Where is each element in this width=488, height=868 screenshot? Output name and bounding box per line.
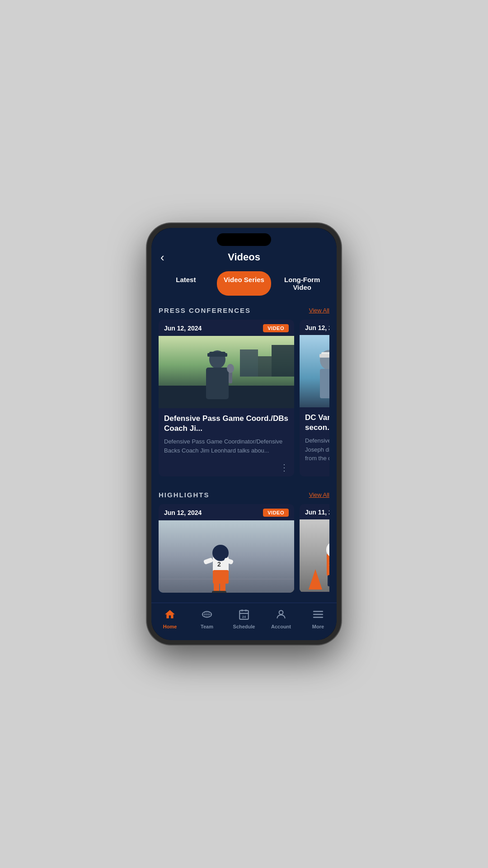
- highlight-card-top-1: Jun 12, 2024 VIDEO: [159, 504, 294, 520]
- highlight-date-2: Jun 11, 2024: [305, 509, 329, 516]
- svg-rect-21: [213, 570, 229, 584]
- nav-schedule-label: Schedule: [233, 624, 255, 629]
- nav-more[interactable]: More: [300, 607, 337, 631]
- tab-video-series[interactable]: Video Series: [217, 271, 272, 296]
- svg-text:12: 12: [329, 561, 329, 567]
- card-top-2: Jun 12, 2024: [300, 320, 329, 335]
- svg-rect-8: [207, 353, 227, 357]
- highlight-image-2: 12: [300, 519, 329, 592]
- svg-text:24: 24: [242, 615, 246, 619]
- highlight-date-1: Jun 12, 2024: [164, 509, 202, 516]
- svg-rect-38: [328, 575, 329, 586]
- card-more-1[interactable]: ⋮: [159, 460, 294, 476]
- bottom-nav: Home Team: [151, 603, 337, 640]
- svg-text:2: 2: [217, 561, 221, 568]
- svg-rect-29: [218, 591, 226, 593]
- more-icon: [312, 609, 324, 622]
- card-desc-1: Defensive Pass Game Coordinator/Defensiv…: [164, 437, 289, 455]
- schedule-icon: 24: [238, 609, 250, 622]
- dynamic-island: [217, 233, 271, 246]
- nav-home[interactable]: Home: [151, 607, 188, 631]
- svg-point-10: [227, 364, 234, 373]
- highlights-cards-row: Jun 12, 2024 VIDEO: [159, 504, 329, 596]
- home-icon: [164, 609, 176, 622]
- svg-rect-15: [319, 354, 329, 358]
- nav-team-label: Team: [201, 624, 213, 629]
- highlight-card-top-2: Jun 11, 2024: [300, 504, 329, 519]
- back-button[interactable]: ‹: [160, 251, 164, 263]
- video-badge-1: VIDEO: [263, 324, 289, 332]
- section-header-press: PRESS CONFERENCES View All: [159, 307, 329, 314]
- svg-rect-13: [320, 369, 329, 398]
- nav-account-label: Account: [271, 624, 291, 629]
- team-icon: [201, 609, 213, 622]
- card-top-1: Jun 12, 2024 VIDEO: [159, 320, 294, 336]
- card-date-1: Jun 12, 2024: [164, 325, 202, 332]
- card-desc-2: Defensive Coo... Joseph discus... from t…: [305, 436, 329, 463]
- highlight-image-1: 2: [159, 520, 294, 593]
- card-image-2: [300, 335, 329, 407]
- tab-bar: Latest Video Series Long-Form Video: [151, 268, 337, 299]
- section-header-highlights: HIGHLIGHTS View All: [159, 491, 329, 499]
- press-card-2[interactable]: Jun 12, 2024: [300, 320, 329, 476]
- card-title-1: Defensive Pass Game Coord./DBs Coach Ji.…: [164, 414, 289, 434]
- section-title-press: PRESS CONFERENCES: [159, 307, 251, 314]
- highlight-badge-1: VIDEO: [263, 509, 289, 517]
- account-icon: [275, 609, 287, 622]
- view-all-press[interactable]: View All: [309, 307, 329, 314]
- highlight-card-2[interactable]: Jun 11, 2024: [300, 504, 329, 593]
- svg-rect-3: [272, 345, 294, 377]
- tab-latest[interactable]: Latest: [159, 271, 213, 296]
- card-title-2: DC Vance the secon...: [305, 413, 329, 433]
- nav-schedule[interactable]: 24 Schedule: [225, 607, 263, 631]
- nav-account[interactable]: Account: [263, 607, 300, 631]
- tab-long-form[interactable]: Long-Form Video: [275, 271, 329, 296]
- view-all-highlights[interactable]: View All: [309, 491, 329, 498]
- press-cards-row: Jun 12, 2024 VIDEO: [159, 320, 329, 480]
- nav-more-label: More: [312, 624, 324, 629]
- nav-team[interactable]: Team: [188, 607, 225, 631]
- card-date-2: Jun 12, 2024: [305, 324, 329, 331]
- press-conferences-section: PRESS CONFERENCES View All Jun 12, 2024 …: [151, 299, 337, 484]
- svg-point-50: [279, 610, 283, 614]
- header: ‹ Videos: [151, 246, 337, 268]
- svg-rect-1: [240, 349, 258, 377]
- svg-rect-6: [206, 368, 229, 399]
- svg-rect-2: [258, 356, 272, 377]
- card-body-2: DC Vance the secon... Defensive Coo... J…: [300, 407, 329, 468]
- card-image-1: [159, 336, 294, 408]
- page-title: Videos: [228, 251, 260, 263]
- highlights-section: HIGHLIGHTS View All Jun 12, 2024 VIDEO: [151, 484, 337, 600]
- card-body-1: Defensive Pass Game Coord./DBs Coach Ji.…: [159, 408, 294, 460]
- highlight-card-1[interactable]: Jun 12, 2024 VIDEO: [159, 504, 294, 593]
- section-title-highlights: HIGHLIGHTS: [159, 491, 210, 499]
- content-area: PRESS CONFERENCES View All Jun 12, 2024 …: [151, 299, 337, 603]
- nav-home-label: Home: [163, 624, 177, 629]
- press-card-1[interactable]: Jun 12, 2024 VIDEO: [159, 320, 294, 476]
